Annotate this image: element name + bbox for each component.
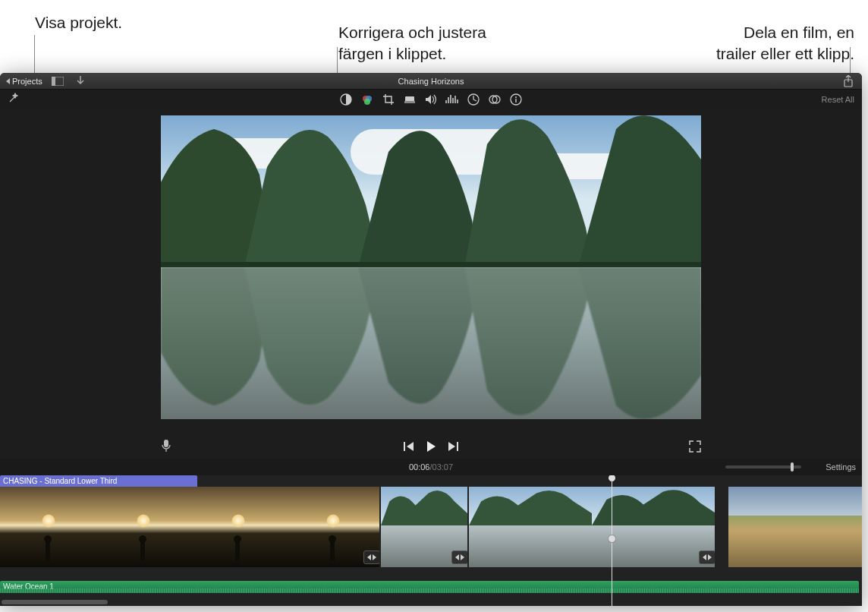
volume-button[interactable] — [423, 91, 439, 108]
inspector-toolbar: Reset All — [0, 90, 862, 109]
callout-share: Dela en film, en trailer eller ett klipp… — [642, 2, 854, 64]
timeline-clip[interactable] — [381, 487, 467, 567]
svg-rect-16 — [164, 440, 168, 447]
share-button[interactable] — [841, 75, 856, 87]
audio-clip[interactable]: Water Ocean 1 — [0, 581, 859, 593]
timeline[interactable]: CHASING - Standard Lower Third — [0, 475, 862, 606]
timeline-clip[interactable] — [469, 487, 715, 567]
crop-button[interactable] — [380, 91, 397, 108]
transition-icon[interactable] — [699, 550, 715, 564]
clip-filter-button[interactable] — [486, 91, 503, 108]
timeline-settings-button[interactable]: Settings — [826, 462, 856, 472]
callout-projects: Visa projekt. — [35, 12, 122, 33]
timecode-duration: 03:07 — [432, 462, 454, 472]
clip-row — [0, 487, 862, 567]
viewer-pane — [0, 109, 862, 459]
timecode-current: 00:06 — [409, 462, 430, 472]
import-button[interactable] — [73, 75, 88, 87]
timeline-scrollbar[interactable] — [2, 600, 108, 604]
projects-label: Projects — [12, 77, 42, 86]
svg-rect-1 — [52, 77, 55, 86]
svg-point-6 — [364, 99, 370, 105]
timeline-zoom-slider[interactable] — [725, 465, 801, 468]
voiceover-button[interactable] — [161, 439, 171, 453]
chevron-left-icon — [6, 78, 10, 84]
next-frame-button[interactable] — [447, 441, 459, 452]
viewer-controls — [161, 440, 701, 453]
play-button[interactable] — [426, 440, 436, 453]
timeline-clip[interactable] — [0, 487, 379, 567]
viewer-canvas[interactable] — [161, 115, 701, 419]
transition-icon[interactable] — [451, 550, 467, 564]
color-correction-button[interactable] — [359, 91, 376, 108]
color-balance-button[interactable] — [338, 91, 354, 108]
main-toolbar: Projects Chasing Horizons — [0, 73, 862, 90]
title-clip[interactable]: CHASING - Standard Lower Third — [0, 475, 197, 487]
library-toggle-button[interactable] — [50, 75, 65, 87]
svg-rect-14 — [515, 99, 516, 103]
reset-all-button[interactable]: Reset All — [822, 95, 854, 104]
speed-button[interactable] — [465, 91, 482, 108]
projects-back-button[interactable]: Projects — [6, 77, 42, 86]
fullscreen-button[interactable] — [689, 440, 701, 453]
project-title: Chasing Horizons — [0, 77, 862, 86]
transition-icon[interactable] — [363, 550, 379, 564]
svg-rect-18 — [457, 442, 458, 451]
svg-rect-17 — [404, 442, 405, 451]
svg-rect-8 — [404, 101, 415, 103]
timecode-bar: 00:06 / 03:07 Settings — [0, 459, 862, 475]
stabilization-button[interactable] — [401, 91, 418, 108]
info-button[interactable] — [508, 91, 524, 108]
svg-point-13 — [515, 96, 517, 98]
playhead[interactable] — [612, 475, 612, 606]
previous-frame-button[interactable] — [403, 441, 415, 452]
imovie-window: Projects Chasing Horizons — [0, 73, 862, 606]
callout-color: Korrigera och justera färgen i klippet. — [338, 2, 486, 64]
noise-reduction-button[interactable] — [444, 91, 461, 108]
timeline-clip[interactable] — [728, 487, 862, 567]
